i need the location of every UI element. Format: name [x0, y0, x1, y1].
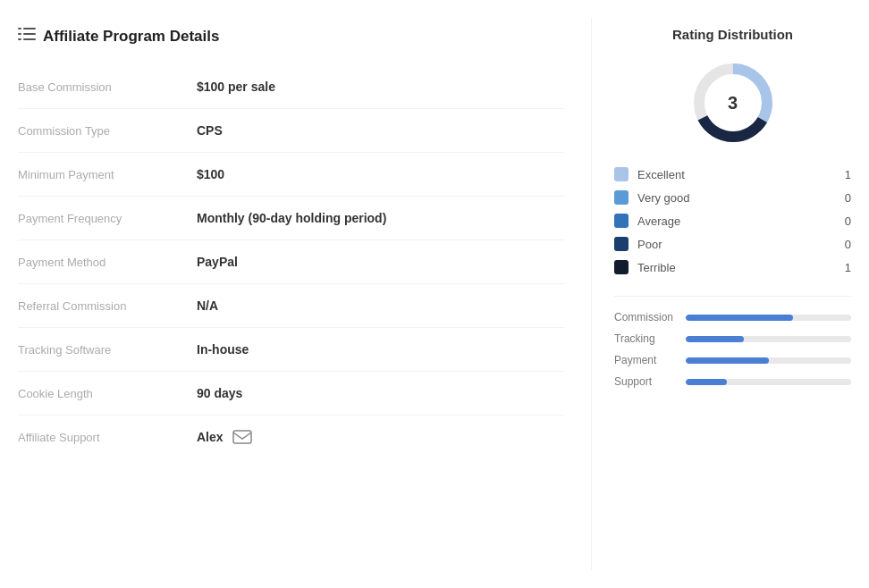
email-icon[interactable]: [232, 430, 252, 444]
rating-color-box: [614, 190, 629, 205]
detail-value-text: $100: [197, 167, 224, 181]
svg-rect-5: [23, 38, 36, 40]
detail-value: $100 per sale: [197, 80, 564, 94]
detail-value: $100: [197, 167, 564, 181]
svg-rect-0: [18, 28, 21, 29]
rating-distribution-title: Rating Distribution: [614, 27, 851, 42]
left-panel: Affiliate Program Details Base Commissio…: [0, 18, 592, 570]
detail-value-text: Monthly (90-day holding period): [197, 211, 386, 225]
detail-row: Tracking SoftwareIn-house: [18, 328, 564, 372]
detail-row: Payment FrequencyMonthly (90-day holding…: [18, 197, 564, 240]
detail-value: PayPal: [197, 255, 564, 269]
detail-value: Monthly (90-day holding period): [197, 211, 564, 225]
svg-rect-3: [23, 28, 36, 29]
detail-row: Referral CommissionN/A: [18, 284, 564, 328]
bar-fill: [686, 379, 727, 385]
detail-label: Cookie Length: [18, 386, 197, 400]
rating-count: 1: [845, 168, 851, 181]
bar-label: Payment: [614, 354, 686, 366]
rating-legend-item: Average0: [614, 214, 851, 228]
detail-label: Payment Frequency: [18, 211, 197, 225]
detail-value: Alex: [197, 430, 564, 444]
rating-name: Excellent: [637, 168, 845, 181]
bar-label: Support: [614, 375, 686, 388]
detail-label: Affiliate Support: [18, 430, 197, 444]
bar-track: [686, 315, 851, 321]
rating-count: 0: [845, 214, 851, 228]
donut-chart: 3: [688, 58, 778, 147]
rating-count: 1: [845, 261, 851, 274]
svg-rect-4: [23, 33, 36, 35]
detail-value-text: PayPal: [197, 255, 238, 269]
detail-value-text: 90 days: [197, 386, 242, 400]
detail-row: Commission TypeCPS: [18, 109, 564, 153]
bar-row: Commission: [614, 311, 851, 323]
rating-color-box: [614, 214, 629, 228]
detail-label: Tracking Software: [18, 342, 197, 357]
detail-row: Affiliate SupportAlex: [18, 416, 564, 458]
detail-value-text: $100 per sale: [197, 80, 275, 94]
detail-row: Minimum Payment$100: [18, 153, 564, 197]
bar-track: [686, 336, 851, 342]
donut-chart-container: 3: [614, 58, 851, 147]
detail-row: Payment MethodPayPal: [18, 240, 564, 284]
detail-label: Payment Method: [18, 255, 197, 269]
bar-track: [686, 379, 851, 385]
detail-value: 90 days: [197, 386, 564, 400]
svg-rect-2: [18, 38, 21, 40]
rating-name: Terrible: [637, 261, 845, 274]
donut-total: 3: [728, 93, 738, 113]
detail-row: Cookie Length90 days: [18, 372, 564, 416]
rating-color-box: [614, 260, 629, 274]
list-icon: [18, 27, 36, 46]
detail-label: Base Commission: [18, 80, 197, 94]
bar-fill: [686, 357, 769, 364]
rating-color-box: [614, 167, 629, 181]
rating-legend-item: Excellent1: [614, 167, 851, 181]
bar-ratings: CommissionTrackingPaymentSupport: [614, 296, 851, 388]
page-title-container: Affiliate Program Details: [18, 27, 564, 46]
detail-value: CPS: [197, 123, 564, 138]
page-title: Affiliate Program Details: [43, 28, 219, 46]
rating-legend-item: Poor0: [614, 237, 851, 251]
rating-color-box: [614, 237, 629, 251]
bar-fill: [686, 336, 744, 342]
bar-track: [686, 357, 851, 364]
rating-legend-item: Terrible1: [614, 260, 851, 274]
detail-row: Base Commission$100 per sale: [18, 65, 564, 109]
rating-count: 0: [845, 191, 851, 205]
rating-legend-item: Very good0: [614, 190, 851, 205]
detail-value-text: Alex: [197, 430, 224, 444]
details-list: Base Commission$100 per saleCommission T…: [18, 65, 564, 458]
svg-rect-6: [233, 431, 251, 443]
detail-value-text: CPS: [197, 123, 223, 138]
right-panel: Rating Distribution 3 Excellent1Very goo…: [592, 18, 869, 570]
detail-label: Referral Commission: [18, 298, 197, 313]
bar-row: Payment: [614, 354, 851, 366]
bar-label: Tracking: [614, 332, 686, 345]
bar-label: Commission: [614, 311, 686, 323]
detail-label: Commission Type: [18, 123, 197, 138]
bar-row: Support: [614, 375, 851, 388]
rating-name: Very good: [637, 191, 845, 205]
rating-name: Poor: [637, 238, 845, 251]
bar-row: Tracking: [614, 332, 851, 345]
rating-count: 0: [845, 238, 851, 251]
detail-value-text: In-house: [197, 342, 249, 357]
svg-rect-1: [18, 33, 21, 35]
bar-fill: [686, 315, 793, 321]
detail-label: Minimum Payment: [18, 167, 197, 181]
detail-value: In-house: [197, 342, 564, 357]
detail-value-text: N/A: [197, 298, 218, 313]
detail-value: N/A: [197, 298, 564, 313]
rating-name: Average: [637, 214, 845, 228]
rating-legend: Excellent1Very good0Average0Poor0Terribl…: [614, 167, 851, 274]
